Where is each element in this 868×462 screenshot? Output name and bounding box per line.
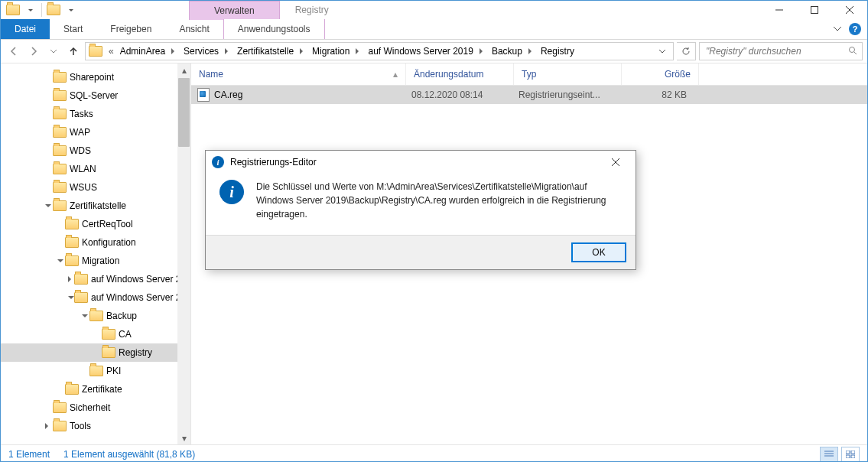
tree-item-auf-windows-server-201[interactable]: auf Windows Server 201 bbox=[1, 288, 177, 307]
file-row[interactable]: CA.reg 08.12.2020 08:14 Registrierungsei… bbox=[191, 86, 867, 104]
recent-locations-dropdown[interactable] bbox=[45, 43, 62, 60]
explorer-window: Verwalten Registry Datei Start Freigeben… bbox=[0, 0, 868, 462]
thumbnails-view-button[interactable] bbox=[841, 447, 860, 462]
contextual-tab-header: Verwalten Registry bbox=[189, 1, 344, 20]
scroll-down-button[interactable]: ▾ bbox=[177, 431, 190, 444]
breadcrumb-bar[interactable]: AdminArea Services Zertifikatstelle Migr… bbox=[85, 42, 674, 60]
dialog-close-button[interactable] bbox=[600, 152, 631, 172]
tree-scrollbar[interactable]: ▴ ▾ bbox=[177, 63, 190, 444]
column-type[interactable]: Typ bbox=[514, 63, 622, 85]
help-button[interactable]: ? bbox=[849, 23, 861, 35]
breadcrumb-overflow[interactable] bbox=[106, 46, 117, 57]
file-tab[interactable]: Datei bbox=[1, 19, 50, 39]
ok-button[interactable]: OK bbox=[571, 242, 626, 262]
file-type: Registrierungseint... bbox=[511, 86, 618, 104]
info-icon: i bbox=[212, 156, 224, 168]
breadcrumb-registry[interactable]: Registry bbox=[538, 46, 577, 57]
breadcrumb-zertifikatstelle[interactable]: Zertifikatstelle bbox=[234, 46, 309, 57]
folder-icon bbox=[53, 182, 67, 193]
maximize-button[interactable] bbox=[797, 1, 832, 19]
expander-icon[interactable] bbox=[44, 423, 53, 429]
app-menu-dropdown[interactable] bbox=[22, 2, 37, 18]
tree-item-wap[interactable]: WAP bbox=[1, 123, 177, 142]
tree-item-registry[interactable]: Registry bbox=[1, 343, 177, 362]
tree-item-auf-windows-server-201[interactable]: auf Windows Server 201 bbox=[1, 270, 177, 288]
expander-icon[interactable] bbox=[68, 276, 74, 282]
breadcrumb-adminarea[interactable]: AdminArea bbox=[117, 46, 180, 57]
column-date[interactable]: Änderungsdatum bbox=[406, 63, 514, 85]
minimize-button[interactable] bbox=[762, 1, 797, 19]
tree-item-label: WSUS bbox=[70, 182, 97, 193]
svg-rect-1 bbox=[811, 7, 818, 14]
status-item-count: 1 Element bbox=[8, 449, 50, 460]
tree-item-label: WLAN bbox=[70, 164, 96, 174]
folder-icon bbox=[65, 255, 79, 266]
tree-item-label: auf Windows Server 201 bbox=[91, 292, 191, 303]
tab-start[interactable]: Start bbox=[50, 19, 96, 39]
address-row: AdminArea Services Zertifikatstelle Migr… bbox=[1, 40, 867, 63]
breadcrumb-services[interactable]: Services bbox=[180, 46, 234, 57]
folder-icon bbox=[65, 219, 79, 229]
tree-item-backup[interactable]: Backup bbox=[1, 307, 177, 325]
expander-icon[interactable] bbox=[56, 258, 65, 264]
search-icon[interactable] bbox=[848, 46, 857, 57]
tree-item-ca[interactable]: CA bbox=[1, 325, 177, 343]
breadcrumb-backup[interactable]: Backup bbox=[489, 46, 538, 57]
search-box[interactable] bbox=[699, 42, 863, 60]
tree-item-sicherheit[interactable]: Sicherheit bbox=[1, 399, 177, 417]
svg-rect-13 bbox=[851, 455, 855, 458]
close-button[interactable] bbox=[832, 1, 867, 19]
tree-item-wlan[interactable]: WLAN bbox=[1, 160, 177, 178]
search-input[interactable] bbox=[704, 45, 848, 57]
tree-item-pki[interactable]: PKI bbox=[1, 362, 177, 380]
back-button[interactable] bbox=[5, 43, 22, 60]
folder-icon bbox=[53, 72, 67, 83]
column-name[interactable]: Name▴ bbox=[191, 63, 406, 85]
svg-rect-12 bbox=[846, 455, 850, 458]
breadcrumb-history-dropdown[interactable] bbox=[655, 48, 670, 54]
forward-button[interactable] bbox=[25, 43, 42, 60]
folder-icon bbox=[53, 164, 67, 174]
details-view-button[interactable] bbox=[820, 447, 838, 462]
breadcrumb-winserver2019[interactable]: auf Windows Server 2019 bbox=[365, 46, 488, 57]
expander-icon[interactable] bbox=[80, 313, 89, 319]
refresh-button[interactable] bbox=[677, 42, 696, 60]
status-selection: 1 Element ausgewählt (81,8 KB) bbox=[63, 449, 195, 460]
qat-customize-dropdown[interactable] bbox=[63, 2, 78, 18]
scroll-thumb[interactable] bbox=[178, 78, 190, 147]
ribbon-expand-icon[interactable] bbox=[834, 24, 841, 34]
tree-item-certreqtool[interactable]: CertReqTool bbox=[1, 215, 177, 233]
tree-item-zertifikate[interactable]: Zertifikate bbox=[1, 380, 177, 399]
expander-icon[interactable] bbox=[68, 294, 74, 301]
context-tab-manage[interactable]: Verwalten bbox=[189, 1, 280, 20]
tree-item-tools[interactable]: Tools bbox=[1, 417, 177, 435]
scroll-up-button[interactable]: ▴ bbox=[177, 63, 190, 76]
tree-item-sharepoint[interactable]: Sharepoint bbox=[1, 68, 177, 86]
folder-tree[interactable]: SharepointSQL-ServerTasksWAPWDSWLANWSUSZ… bbox=[1, 63, 177, 440]
tab-application-tools[interactable]: Anwendungstools bbox=[223, 19, 325, 39]
folder-icon bbox=[53, 145, 67, 156]
expander-icon[interactable] bbox=[44, 203, 53, 209]
folder-icon bbox=[53, 200, 67, 211]
tree-item-label: Tasks bbox=[70, 109, 93, 119]
tree-item-sql-server[interactable]: SQL-Server bbox=[1, 86, 177, 105]
dialog-message: Die Schlüssel und Werte von M:\AdminArea… bbox=[256, 180, 620, 221]
tree-item-konfiguration[interactable]: Konfiguration bbox=[1, 233, 177, 252]
svg-point-5 bbox=[850, 47, 855, 52]
breadcrumb-migration[interactable]: Migration bbox=[309, 46, 365, 57]
tree-item-zertifikatstelle[interactable]: Zertifikatstelle bbox=[1, 197, 177, 215]
tree-item-label: Registry bbox=[119, 347, 152, 358]
tab-share[interactable]: Freigeben bbox=[96, 19, 165, 39]
qat-properties-button[interactable] bbox=[46, 2, 61, 18]
dialog-title-bar: i Registrierungs-Editor bbox=[206, 151, 636, 174]
tab-view[interactable]: Ansicht bbox=[165, 19, 223, 39]
tree-item-migration[interactable]: Migration bbox=[1, 252, 177, 270]
dialog-title: Registrierungs-Editor bbox=[230, 157, 317, 168]
window-title: Registry bbox=[280, 1, 344, 19]
tree-item-wsus[interactable]: WSUS bbox=[1, 178, 177, 197]
tree-item-wds[interactable]: WDS bbox=[1, 142, 177, 160]
up-button[interactable] bbox=[65, 43, 82, 60]
tree-item-label: WDS bbox=[70, 145, 91, 156]
column-size[interactable]: Größe bbox=[622, 63, 699, 85]
tree-item-tasks[interactable]: Tasks bbox=[1, 105, 177, 123]
